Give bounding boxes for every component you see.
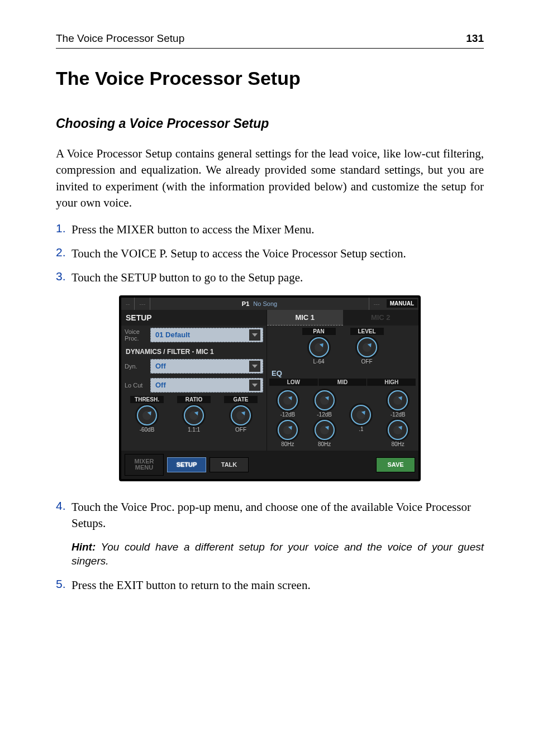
ratio-knob[interactable] [184,405,204,425]
pan-value: L-64 [302,358,336,365]
eq-low-gain-knob[interactable] [278,390,298,410]
locut-value: Off [155,381,166,389]
titlebar-slot: --- [135,298,150,310]
eq-low-gain: -12dB [272,412,304,418]
eq-high-freq-knob[interactable] [388,420,408,440]
hint-label: Hint: [72,541,96,553]
save-button[interactable]: SAVE [376,457,415,473]
dyn-value: Off [155,362,166,370]
voice-proc-value: 01 Default [155,331,190,339]
eq-mid-gain-knob[interactable] [315,390,335,410]
setup-heading: SETUP [121,310,266,326]
tab-mic1[interactable]: MIC 1 [267,310,343,326]
locut-dropdown[interactable]: Off [150,378,263,393]
pan-label: PAN [302,328,336,335]
voice-proc-label: Voice Proc. [125,328,147,342]
step-text: Press the EXIT button to return to the m… [72,577,484,594]
thresh-label: THRESH. [130,396,164,403]
intro-paragraph: A Voice Processor Setup contains general… [56,146,484,212]
eq-mid-freq: 80Hz [308,441,341,447]
titlebar-slot: -- [121,298,135,310]
eq-low-freq: 80Hz [272,441,304,447]
pan-knob[interactable] [309,337,329,357]
step-text: Touch the Voice Proc. pop-up menu, and c… [72,499,484,532]
song-prefix: P1 [242,300,249,307]
dynamics-section-label: DYNAMICS / FILTER - MIC 1 [121,344,266,357]
eq-high-gain: -12dB [382,412,414,418]
device-screenshot: -- --- P1 No Song --- MANUAL SETUP Voice… [119,295,421,481]
eq-label: EQ [267,367,418,377]
level-label: LEVEL [350,328,384,335]
eq-tab-low: LOW [269,379,318,386]
dyn-label: Dyn. [125,363,147,370]
mixer-menu-button[interactable]: MIXER MENU [125,454,164,476]
locut-label: Lo Cut [125,382,147,389]
step-text: Touch the SETUP button to go to the Setu… [72,270,484,286]
level-knob[interactable] [357,337,377,357]
talk-button[interactable]: TALK [210,457,249,473]
page-number: 131 [466,32,484,45]
step-number: 5. [56,577,72,591]
chevron-down-icon [249,329,260,341]
step-number: 1. [56,222,72,235]
song-title: P1 No Song [150,300,368,307]
song-text: No Song [253,300,277,307]
titlebar-slot: --- [369,298,384,310]
level-value: OFF [350,358,384,365]
eq-mid-q-knob[interactable] [351,405,371,425]
eq-tab-mid: MID [318,379,368,386]
gate-label: GATE [224,396,258,403]
eq-high-freq: 80Hz [382,441,414,447]
eq-mid-freq-knob[interactable] [315,420,335,440]
dyn-dropdown[interactable]: Off [150,359,263,374]
device-titlebar: -- --- P1 No Song --- MANUAL [121,298,418,310]
tab-mic2[interactable]: MIC 2 [343,310,419,326]
section-heading: Choosing a Voice Processor Setup [56,116,484,131]
gate-knob[interactable] [231,405,251,425]
step-text: Press the MIXER button to access the Mix… [72,222,484,238]
eq-low-freq-knob[interactable] [278,420,298,440]
gate-value: OFF [224,427,258,433]
hint-text: You could have a different setup for you… [72,541,484,567]
step-text: Touch the VOICE P. Setup to access the V… [72,246,484,262]
device-bottom-bar: MIXER MENU SETUP TALK SAVE [121,451,418,479]
step-number: 2. [56,246,72,259]
eq-mid-q: .1 [345,426,377,432]
thresh-value: -60dB [130,427,164,433]
step-number: 4. [56,499,72,513]
chevron-down-icon [249,361,260,372]
page-title: The Voice Processor Setup [56,68,484,89]
thresh-knob[interactable] [137,405,157,425]
eq-tab-high: HIGH [367,379,416,386]
chevron-down-icon [249,380,260,391]
ratio-label: RATIO [177,396,211,403]
hint-paragraph: Hint: You could have a different setup f… [72,540,484,568]
manual-badge[interactable]: MANUAL [387,299,417,308]
setup-button[interactable]: SETUP [167,457,206,473]
eq-mid-gain: -12dB [308,412,341,418]
ratio-value: 1.1:1 [177,427,211,433]
running-header: The Voice Processor Setup 131 [56,32,484,49]
voice-proc-dropdown[interactable]: 01 Default [150,328,263,342]
eq-high-gain-knob[interactable] [388,390,408,410]
step-number: 3. [56,270,72,283]
header-left: The Voice Processor Setup [56,32,184,45]
